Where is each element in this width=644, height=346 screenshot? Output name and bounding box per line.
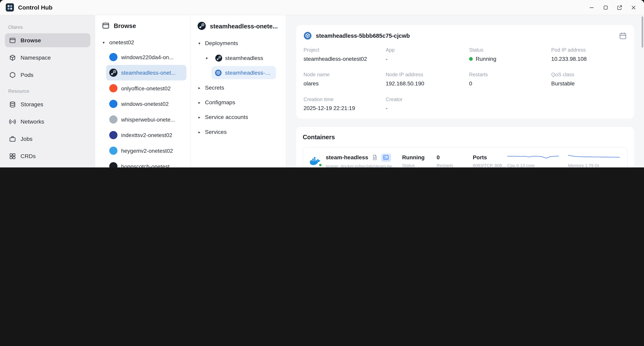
maximize-button[interactable] bbox=[602, 4, 609, 10]
browse-icon bbox=[9, 37, 16, 44]
tree-node-steamheadless-5[interactable]: steamheadless-5... bbox=[212, 66, 276, 79]
app-icon bbox=[109, 115, 118, 124]
scrollbar[interactable] bbox=[642, 16, 643, 48]
field-label: Node IP address bbox=[386, 72, 469, 78]
tree-node-label: steamheadless-5... bbox=[225, 69, 273, 76]
pod-field-creation-time: Creation time2025-12-19 22:21:19 bbox=[304, 96, 386, 111]
pod-icon bbox=[304, 31, 312, 40]
sidebar-section-resource: Resource bbox=[8, 88, 87, 94]
container-restarts: 0Restarts bbox=[436, 154, 473, 167]
resource-panel-title: steamheadless-onete... bbox=[210, 22, 278, 29]
pod-detail-card: steamheadless-5bbb685c75-cjcwb Projectst… bbox=[296, 25, 634, 119]
main-content: steamheadless-5bbb685c75-cjcwb Projectst… bbox=[286, 15, 644, 167]
caret-down-icon: ▾ bbox=[103, 40, 109, 45]
screen: Control Hub OlaresBrowseNamespacePodsRes… bbox=[0, 0, 644, 167]
tree-node-service-accounts[interactable]: ▸Service accounts bbox=[191, 110, 286, 124]
sidebar-item-browse[interactable]: Browse bbox=[5, 33, 90, 47]
app-item-label: whisperwebui-onete... bbox=[121, 116, 175, 123]
field-value: - bbox=[386, 56, 469, 62]
sidebar-item-label: CRDs bbox=[20, 153, 36, 159]
sidebar-item-namespace[interactable]: Namespace bbox=[5, 50, 90, 64]
field-value: Burstable bbox=[551, 80, 627, 87]
field-label: Status bbox=[469, 47, 551, 53]
namespace-tree: ▾ onetest02 windows220da4-on...steamhead… bbox=[96, 34, 191, 167]
pod-events-button[interactable] bbox=[619, 32, 627, 39]
sidebar-section-olares: Olares bbox=[8, 24, 87, 30]
app-item-hoppscotch-onetest[interactable]: hoppscotch-onetest... bbox=[106, 158, 186, 167]
field-label: QoS class bbox=[551, 72, 627, 78]
caret-down-icon: ▾ bbox=[198, 41, 205, 45]
pod-field-project: Projectsteamheadless-onetest02 bbox=[304, 47, 386, 62]
container-restarts-value: 0 bbox=[436, 154, 473, 160]
sidebar-item-label: Browse bbox=[20, 37, 41, 43]
field-value: steamheadless-onetest02 bbox=[304, 56, 386, 62]
app-item-label: indexttsv2-onetest02 bbox=[121, 132, 172, 138]
container-status-value: Running bbox=[402, 154, 437, 160]
containers-card: Containers steam-headlessImage: docker.i… bbox=[296, 127, 634, 167]
tree-node-label: onetest02 bbox=[109, 39, 134, 45]
field-label: Project bbox=[304, 47, 386, 53]
container-ports-label: 8083/TCP, 808... bbox=[473, 163, 507, 167]
tree-node-deployments[interactable]: ▾Deployments bbox=[191, 36, 286, 50]
namespace-icon bbox=[9, 54, 16, 61]
container-terminal-button[interactable] bbox=[381, 153, 391, 161]
field-value: 0 bbox=[469, 80, 551, 87]
tree-node-label: Secrets bbox=[205, 84, 224, 91]
memory-sparkline: Memory 1.79 Gi bbox=[568, 154, 620, 167]
app-item-onlyoffice-onetest02[interactable]: onlyoffice-onetest02 bbox=[106, 80, 186, 96]
sidebar-item-crds[interactable]: CRDs bbox=[5, 149, 90, 163]
cpu-chart-label: Cpu 0.13 core bbox=[507, 163, 559, 167]
app-item-whisperwebui-onete[interactable]: whisperwebui-onete... bbox=[106, 112, 186, 127]
app-icon bbox=[109, 84, 118, 92]
open-in-new-button[interactable] bbox=[616, 4, 623, 10]
tree-node-secrets[interactable]: ▸Secrets bbox=[191, 80, 286, 95]
tree-node-label: Service accounts bbox=[205, 114, 248, 120]
tree-node-onetest02[interactable]: ▾ onetest02 bbox=[96, 35, 191, 49]
tree-node-services[interactable]: ▸Services bbox=[191, 124, 286, 139]
tree-node-steamheadless[interactable]: ▾steamheadless bbox=[191, 50, 286, 65]
pod-field-qos-class: QoS classBurstable bbox=[551, 72, 627, 87]
app-item-label: onlyoffice-onetest02 bbox=[121, 85, 171, 91]
container-status-label: Status bbox=[402, 163, 437, 167]
container-status-dot bbox=[318, 163, 322, 167]
field-value: 192.168.50.190 bbox=[386, 80, 469, 87]
container-log-icon[interactable] bbox=[372, 154, 378, 160]
running-status-dot bbox=[469, 57, 473, 61]
resource-tree: ▾Deployments▾steamheadlesssteamheadless-… bbox=[191, 34, 286, 167]
app-item-windows-onetest02[interactable]: windows-onetest02 bbox=[106, 96, 186, 112]
tree-node-label: steamheadless bbox=[225, 55, 263, 61]
container-status: RunningStatus bbox=[402, 154, 437, 167]
container-rows: steam-headlessImage: docker.io/beclab/st… bbox=[303, 147, 628, 167]
minimize-button[interactable] bbox=[588, 4, 595, 10]
resource-panel-header: steamheadless-onete... bbox=[191, 15, 286, 34]
app-item-heygemv2-onetest02[interactable]: heygemv2-onetest02 bbox=[106, 143, 186, 158]
caret-right-icon: ▸ bbox=[198, 129, 205, 134]
caret-right-icon: ▸ bbox=[198, 100, 205, 104]
window-body: OlaresBrowseNamespacePodsResourceStorage… bbox=[0, 15, 644, 167]
sidebar: OlaresBrowseNamespacePodsResourceStorage… bbox=[0, 15, 96, 167]
app-item-indexttsv2-onetest02[interactable]: indexttsv2-onetest02 bbox=[106, 127, 186, 143]
sidebar-item-jobs[interactable]: Jobs bbox=[5, 132, 90, 146]
control-hub-window: Control Hub OlaresBrowseNamespacePodsRes… bbox=[0, 0, 644, 167]
pod-field-status: StatusRunning bbox=[469, 47, 551, 62]
pod-field-restarts: Restarts0 bbox=[469, 72, 551, 87]
pod-field-node-ip-address: Node IP address192.168.50.190 bbox=[386, 72, 469, 87]
jobs-icon bbox=[9, 135, 16, 142]
crds-icon bbox=[9, 153, 16, 159]
app-item-steamheadless-onet[interactable]: steamheadless-onet... bbox=[106, 65, 186, 81]
containers-title: Containers bbox=[303, 133, 628, 140]
sidebar-item-storages[interactable]: Storages bbox=[5, 97, 90, 111]
close-button[interactable] bbox=[630, 4, 637, 10]
sidebar-item-networks[interactable]: Networks bbox=[5, 115, 90, 128]
container-monitoring: Cpu 0.13 coreMemory 1.79 Gi bbox=[507, 154, 622, 167]
app-icon bbox=[109, 100, 118, 108]
app-item-label: windows-onetest02 bbox=[121, 101, 169, 107]
container-row-steam-headless: steam-headlessImage: docker.io/beclab/st… bbox=[303, 147, 628, 167]
app-item-label: windows220da4-on... bbox=[121, 54, 174, 60]
app-item-windows220da4-on[interactable]: windows220da4-on... bbox=[106, 49, 186, 65]
caret-down-icon: ▾ bbox=[206, 56, 212, 60]
steam-app-icon bbox=[198, 22, 206, 30]
sidebar-item-pods[interactable]: Pods bbox=[5, 68, 90, 82]
tree-node-label: Configmaps bbox=[205, 99, 235, 105]
tree-node-configmaps[interactable]: ▸Configmaps bbox=[191, 95, 286, 110]
